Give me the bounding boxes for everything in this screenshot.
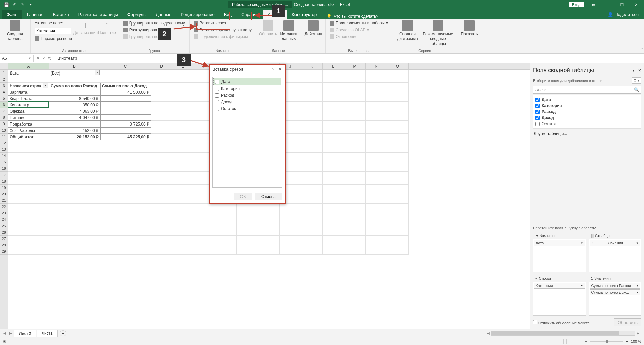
cell[interactable]: [366, 165, 387, 172]
cell[interactable]: [49, 229, 100, 236]
cell[interactable]: [387, 223, 409, 229]
cell[interactable]: [323, 159, 344, 165]
cell[interactable]: [8, 185, 49, 191]
tab-insert[interactable]: Вставка: [48, 10, 73, 19]
cell[interactable]: [301, 236, 323, 242]
cell[interactable]: [258, 210, 280, 216]
row-header-21[interactable]: 21: [0, 197, 8, 204]
cell[interactable]: [172, 178, 194, 185]
cell[interactable]: [366, 197, 387, 204]
add-sheet-button[interactable]: +: [60, 330, 66, 336]
cell[interactable]: [301, 197, 323, 204]
columns-area[interactable]: |||Столбцы Σ Значения▼: [589, 232, 642, 272]
cell[interactable]: [344, 204, 366, 210]
cell[interactable]: [280, 216, 301, 223]
cell[interactable]: [323, 165, 344, 172]
cell[interactable]: [366, 140, 387, 146]
cell[interactable]: [323, 153, 344, 159]
cell[interactable]: [49, 159, 100, 165]
col-header-k[interactable]: K: [301, 63, 323, 69]
cell[interactable]: [366, 204, 387, 210]
cell[interactable]: [237, 204, 258, 210]
cell[interactable]: [100, 185, 151, 191]
cell[interactable]: [8, 165, 49, 172]
page-layout-view-icon[interactable]: [566, 339, 573, 344]
col-header-c[interactable]: C: [100, 63, 151, 69]
cell[interactable]: [172, 242, 194, 248]
cell[interactable]: [151, 248, 172, 255]
cell[interactable]: [301, 70, 323, 76]
cell[interactable]: [49, 146, 100, 153]
pane-dropdown-icon[interactable]: ▼: [632, 69, 635, 72]
row-header-18[interactable]: 18: [0, 178, 8, 185]
cell[interactable]: [344, 165, 366, 172]
cell[interactable]: [344, 76, 366, 83]
cell-b10[interactable]: 152,00 ₽: [49, 127, 100, 134]
cell[interactable]: [387, 114, 409, 121]
zoom-out-icon[interactable]: −: [585, 339, 587, 343]
field-item[interactable]: Остаток: [535, 121, 640, 127]
cell[interactable]: [344, 134, 366, 140]
cell[interactable]: [387, 70, 409, 76]
cell[interactable]: [237, 229, 258, 236]
row-header-8[interactable]: 8: [0, 114, 8, 121]
cell[interactable]: [366, 146, 387, 153]
cell[interactable]: [258, 236, 280, 242]
cell[interactable]: [215, 216, 237, 223]
cell[interactable]: [344, 197, 366, 204]
cell[interactable]: [387, 165, 409, 172]
cell[interactable]: [366, 127, 387, 134]
cell-a8[interactable]: Питание: [8, 114, 49, 121]
cell[interactable]: [387, 108, 409, 114]
cell[interactable]: [280, 242, 301, 248]
column-chip[interactable]: Σ Значения▼: [590, 240, 641, 246]
cell[interactable]: [301, 165, 323, 172]
cell[interactable]: [172, 210, 194, 216]
cell[interactable]: [215, 248, 237, 255]
cell[interactable]: [323, 229, 344, 236]
cell[interactable]: [172, 127, 194, 134]
cell[interactable]: [323, 242, 344, 248]
cell[interactable]: [194, 248, 215, 255]
cell[interactable]: [100, 204, 151, 210]
cell-b11[interactable]: 20 152,00 ₽: [49, 134, 100, 140]
col-header-o[interactable]: O: [387, 63, 409, 69]
qat-dropdown-icon[interactable]: ▾: [28, 2, 34, 8]
cell[interactable]: [301, 242, 323, 248]
cell-c5[interactable]: [100, 95, 151, 102]
cell[interactable]: [172, 229, 194, 236]
cell[interactable]: [8, 229, 49, 236]
cell[interactable]: [387, 178, 409, 185]
cell[interactable]: [49, 210, 100, 216]
cell[interactable]: [366, 229, 387, 236]
cell[interactable]: [387, 236, 409, 242]
cell-a9[interactable]: Подработка: [8, 121, 49, 127]
gear-icon[interactable]: ⚙ ▾: [632, 77, 641, 84]
cell[interactable]: [151, 89, 172, 95]
h-scrollbar[interactable]: [491, 331, 635, 336]
tab-formulas[interactable]: Формулы: [123, 10, 151, 19]
row-header-15[interactable]: 15: [0, 159, 8, 165]
cell[interactable]: [172, 76, 194, 83]
cell[interactable]: [323, 95, 344, 102]
sheet-nav-prev[interactable]: ◀: [2, 331, 7, 335]
cell-c9[interactable]: 3 725,00 ₽: [100, 121, 151, 127]
cell[interactable]: [194, 216, 215, 223]
tab-data[interactable]: Данные: [151, 10, 176, 19]
row-header-22[interactable]: 22: [0, 204, 8, 210]
cell[interactable]: [8, 236, 49, 242]
cancel-formula-icon[interactable]: ✕: [36, 56, 40, 61]
cell[interactable]: [280, 248, 301, 255]
cell[interactable]: [366, 178, 387, 185]
cell[interactable]: [172, 185, 194, 191]
cell[interactable]: [366, 114, 387, 121]
cell[interactable]: [280, 204, 301, 210]
cell[interactable]: [151, 83, 172, 89]
cell[interactable]: [151, 197, 172, 204]
cell[interactable]: [387, 121, 409, 127]
sheet-tab-1[interactable]: Лист2: [14, 330, 36, 337]
cell[interactable]: [194, 236, 215, 242]
cell[interactable]: [237, 210, 258, 216]
cell[interactable]: [8, 140, 49, 146]
cell[interactable]: [8, 210, 49, 216]
